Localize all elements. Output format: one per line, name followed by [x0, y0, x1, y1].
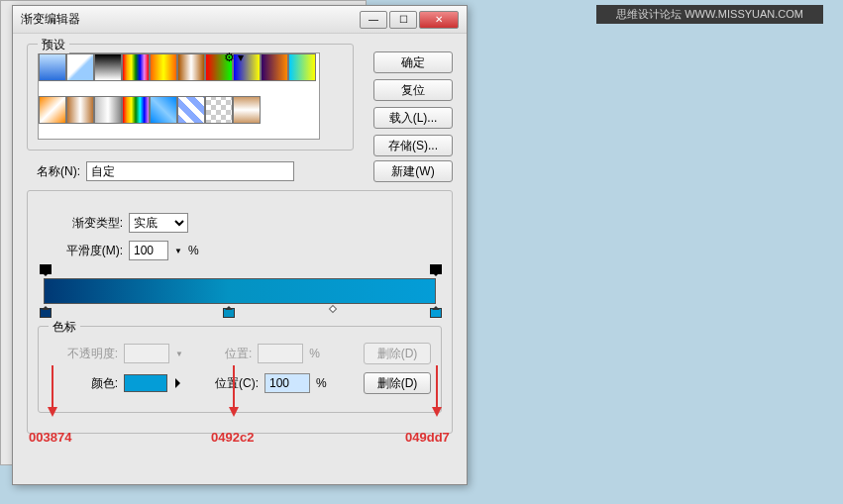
- preset-swatch[interactable]: [94, 96, 122, 124]
- position-label: 位置:: [225, 346, 252, 362]
- color-swatch[interactable]: [124, 374, 167, 392]
- watermark: 思维设计论坛 WWW.MISSYUAN.COM: [596, 5, 823, 24]
- stop-pos-input: [258, 344, 303, 363]
- preset-swatch[interactable]: [150, 96, 177, 124]
- smooth-input[interactable]: [129, 241, 168, 260]
- annotation-c2: 0492c2: [211, 430, 254, 445]
- preset-swatch[interactable]: [39, 53, 66, 81]
- gear-icon[interactable]: ⚙ ▾: [224, 50, 244, 64]
- preset-swatch[interactable]: [122, 96, 150, 124]
- color-label: 颜色:: [49, 375, 118, 392]
- preset-swatch[interactable]: [233, 96, 261, 124]
- color-stop[interactable]: [223, 306, 233, 318]
- gradient-editor-dialog: 渐变编辑器 — ☐ ✕ 确定 复位 载入(L)... 存储(S)... 预设 ⚙…: [12, 5, 468, 485]
- name-label: 名称(N):: [27, 163, 80, 180]
- annotation-c1: 003874: [29, 430, 71, 445]
- opacity-label: 不透明度:: [49, 346, 118, 362]
- type-select[interactable]: 实底: [129, 213, 188, 233]
- smooth-label: 平滑度(M):: [38, 243, 123, 259]
- preset-swatch[interactable]: [150, 53, 177, 81]
- preset-swatch[interactable]: [122, 53, 150, 81]
- preset-swatch[interactable]: [205, 96, 233, 124]
- presets-label: 预设: [38, 37, 69, 53]
- preset-swatch[interactable]: [39, 96, 66, 124]
- stop-opacity-input: [124, 344, 169, 363]
- color-dropdown-icon[interactable]: [175, 378, 185, 388]
- color-stop[interactable]: [430, 306, 440, 318]
- preset-swatch[interactable]: [261, 53, 288, 81]
- dropdown-icon: ▼: [175, 350, 183, 358]
- close-button[interactable]: ✕: [419, 11, 459, 29]
- preset-swatch[interactable]: [288, 53, 316, 81]
- new-button[interactable]: 新建(W): [373, 160, 453, 182]
- preset-swatch[interactable]: [177, 96, 205, 124]
- preset-swatch[interactable]: [94, 53, 122, 81]
- pct-label: %: [188, 244, 199, 257]
- preset-list: [38, 52, 320, 140]
- preset-swatch[interactable]: [177, 53, 205, 81]
- delete-opacity-button: 删除(D): [364, 343, 431, 364]
- position-c-label: 位置(C):: [215, 375, 259, 392]
- maximize-button[interactable]: ☐: [389, 11, 417, 29]
- preset-swatch[interactable]: [66, 96, 94, 124]
- pct-label: %: [316, 376, 327, 390]
- opacity-stop[interactable]: [40, 264, 50, 276]
- annotation-c3: 049dd7: [405, 430, 450, 445]
- dropdown-icon[interactable]: ▼: [174, 247, 182, 255]
- save-button[interactable]: 存储(S)...: [373, 135, 453, 156]
- pct-label: %: [309, 347, 320, 360]
- position-c-input[interactable]: [264, 373, 310, 393]
- delete-color-button[interactable]: 删除(D): [364, 372, 431, 394]
- ok-button[interactable]: 确定: [373, 51, 453, 73]
- window-title: 渐变编辑器: [21, 11, 360, 28]
- stops-label: 色标: [49, 319, 80, 336]
- gradient-bar[interactable]: [44, 278, 436, 304]
- minimize-button[interactable]: —: [360, 11, 387, 29]
- opacity-stop[interactable]: [430, 264, 440, 276]
- cancel-button[interactable]: 复位: [373, 79, 453, 101]
- load-button[interactable]: 载入(L)...: [373, 107, 453, 129]
- type-label: 渐变类型:: [38, 215, 123, 232]
- preset-swatch[interactable]: [66, 53, 94, 81]
- color-stop[interactable]: [40, 306, 50, 318]
- name-input[interactable]: [86, 161, 294, 181]
- titlebar[interactable]: 渐变编辑器 — ☐ ✕: [13, 6, 467, 34]
- midpoint-handle[interactable]: [329, 305, 337, 313]
